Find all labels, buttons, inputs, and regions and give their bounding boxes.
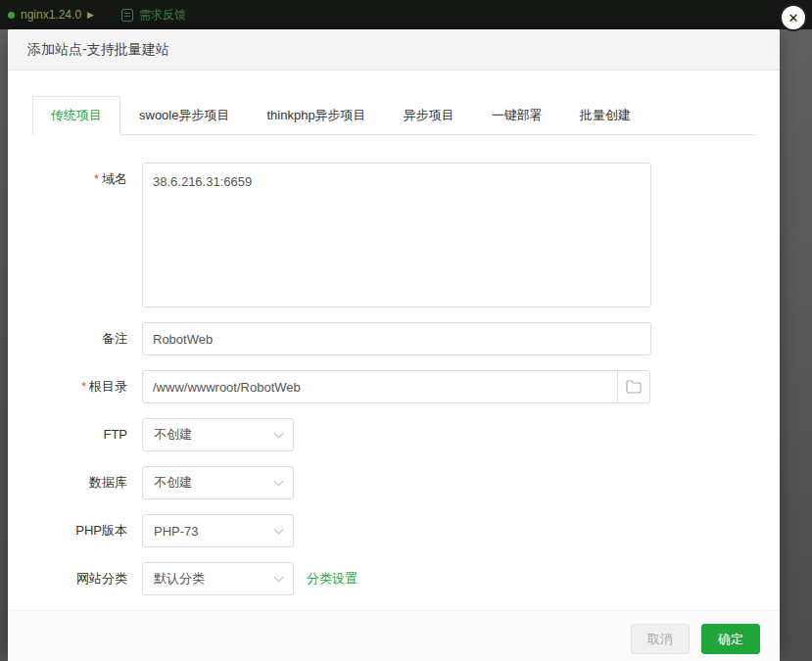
form-row-domain: *域名 38.6.216.31:6659 [32, 163, 755, 307]
ftp-label: FTP [32, 418, 142, 451]
form-row-note: 备注 [32, 322, 755, 355]
add-site-modal: 添加站点-支持批量建站 传统项目 swoole异步项目 thinkphp异步项目… [8, 29, 780, 647]
note-input[interactable] [142, 322, 651, 355]
database-label: 数据库 [32, 466, 142, 499]
nginx-version-button[interactable]: nginx1.24.0 ▶ [8, 8, 94, 22]
chevron-down-icon [274, 428, 284, 438]
tab-batch-create[interactable]: 批量创建 [561, 96, 649, 134]
tab-traditional-project[interactable]: 传统项目 [32, 96, 120, 135]
close-icon: ✕ [788, 11, 799, 25]
tab-thinkphp-async-project[interactable]: thinkphp异步项目 [248, 96, 384, 134]
confirm-button[interactable]: 确定 [701, 624, 760, 654]
php-version-select[interactable]: PHP-73 [142, 514, 294, 547]
tab-async-project[interactable]: 异步项目 [385, 96, 473, 134]
form-row-site-category: 网站分类 默认分类 分类设置 [32, 562, 755, 595]
required-mark: * [94, 171, 99, 186]
play-icon: ▶ [87, 10, 94, 20]
site-category-select-value: 默认分类 [154, 570, 205, 588]
form-row-ftp: FTP 不创建 [32, 418, 755, 451]
root-directory-label-text: 根目录 [89, 379, 127, 394]
root-directory-label: *根目录 [32, 370, 142, 403]
database-select-value: 不创建 [154, 474, 192, 492]
browse-directory-button[interactable] [617, 370, 650, 403]
ftp-select[interactable]: 不创建 [142, 418, 294, 451]
database-select[interactable]: 不创建 [142, 466, 294, 499]
feedback-label: 需求反馈 [139, 7, 186, 24]
required-mark: * [81, 379, 86, 394]
cancel-button[interactable]: 取消 [631, 624, 690, 654]
add-site-form: *域名 38.6.216.31:6659 备注 *根目录 [32, 163, 755, 595]
modal-title: 添加站点-支持批量建站 [27, 41, 169, 59]
domain-label-text: 域名 [102, 171, 127, 186]
php-version-label: PHP版本 [32, 514, 142, 547]
form-row-root-directory: *根目录 [32, 370, 755, 403]
ftp-select-value: 不创建 [154, 426, 192, 444]
note-label: 备注 [32, 322, 142, 355]
tab-bar: 传统项目 swoole异步项目 thinkphp异步项目 异步项目 一键部署 批… [32, 96, 755, 135]
tab-swoole-async-project[interactable]: swoole异步项目 [120, 96, 248, 134]
modal-close-button[interactable]: ✕ [780, 4, 807, 31]
chevron-down-icon [274, 572, 284, 582]
chevron-down-icon [274, 524, 284, 534]
modal-body: 传统项目 swoole异步项目 thinkphp异步项目 异步项目 一键部署 批… [8, 71, 780, 610]
modal-footer: 取消 确定 [8, 610, 780, 661]
chevron-down-icon [274, 476, 284, 486]
site-category-label: 网站分类 [32, 562, 142, 595]
site-category-select[interactable]: 默认分类 [142, 562, 294, 595]
form-row-database: 数据库 不创建 [32, 466, 755, 499]
feedback-button[interactable]: 需求反馈 [121, 7, 186, 24]
modal-header: 添加站点-支持批量建站 [8, 29, 780, 71]
tab-one-click-deploy[interactable]: 一键部署 [473, 96, 561, 134]
clipboard-icon [121, 9, 133, 22]
domain-textarea[interactable]: 38.6.216.31:6659 [142, 163, 651, 307]
root-directory-input[interactable] [142, 370, 618, 403]
nginx-version-label: nginx1.24.0 [21, 8, 81, 22]
category-settings-link[interactable]: 分类设置 [307, 562, 358, 595]
folder-icon [626, 380, 642, 394]
topbar: nginx1.24.0 ▶ 需求反馈 [0, 0, 812, 29]
php-version-select-value: PHP-73 [154, 524, 199, 539]
form-row-php-version: PHP版本 PHP-73 [32, 514, 755, 547]
domain-label: *域名 [32, 163, 142, 196]
status-dot-icon [8, 12, 15, 19]
